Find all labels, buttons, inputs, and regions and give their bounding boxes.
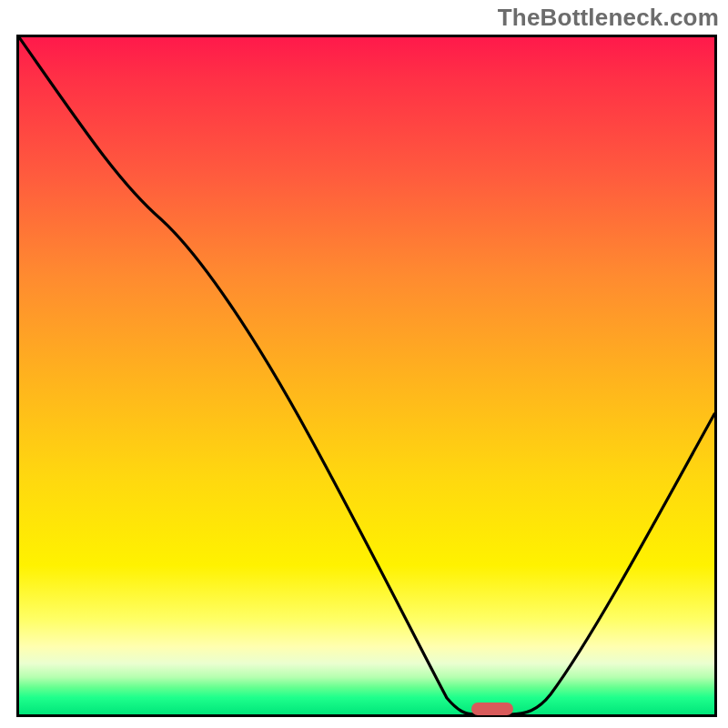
optimal-marker: [471, 703, 513, 715]
curve-path: [19, 37, 714, 714]
plot-area: [16, 35, 717, 717]
watermark-text: TheBottleneck.com: [498, 4, 719, 32]
bottleneck-curve: [19, 37, 714, 714]
chart-container: TheBottleneck.com: [0, 0, 728, 728]
